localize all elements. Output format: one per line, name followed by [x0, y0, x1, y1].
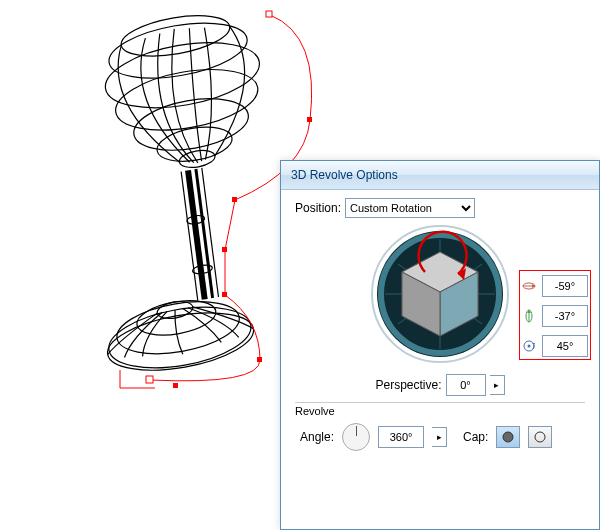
svg-rect-25 — [173, 383, 178, 388]
cap-on-button[interactable] — [496, 426, 520, 448]
perspective-label: Perspective: — [375, 378, 441, 392]
y-rotation-input[interactable] — [542, 305, 588, 327]
z-rotation-input[interactable] — [542, 335, 588, 357]
cap-off-button[interactable] — [528, 426, 552, 448]
svg-rect-18 — [266, 11, 272, 17]
angle-label: Angle: — [300, 430, 334, 444]
svg-rect-20 — [232, 197, 237, 202]
svg-point-49 — [503, 432, 513, 442]
rotation-cube-widget[interactable] — [370, 224, 510, 364]
svg-point-47 — [528, 345, 531, 348]
angle-menu-button[interactable]: ▸ — [432, 427, 447, 447]
svg-point-50 — [535, 432, 545, 442]
svg-rect-21 — [222, 247, 227, 252]
svg-rect-22 — [222, 292, 227, 297]
cap-on-icon — [501, 430, 515, 444]
x-axis-icon — [522, 279, 536, 293]
x-rotation-input[interactable] — [542, 275, 588, 297]
dialog-title: 3D Revolve Options — [281, 161, 599, 190]
cap-off-icon — [533, 430, 547, 444]
y-axis-icon — [522, 309, 536, 323]
position-label: Position: — [295, 201, 341, 215]
svg-rect-24 — [146, 376, 153, 383]
revolve-options-dialog: 3D Revolve Options Position: Custom Rota… — [280, 160, 600, 530]
angle-knob[interactable] — [342, 423, 370, 451]
svg-rect-23 — [257, 357, 262, 362]
rotation-inputs-group — [519, 270, 591, 360]
z-axis-icon — [522, 339, 536, 353]
angle-input[interactable] — [378, 426, 424, 448]
perspective-input[interactable] — [446, 374, 486, 396]
svg-rect-19 — [307, 117, 312, 122]
perspective-menu-button[interactable]: ▸ — [490, 375, 505, 395]
revolve-section-label: Revolve — [295, 405, 585, 417]
cap-label: Cap: — [463, 430, 488, 444]
position-select[interactable]: Custom Rotation — [345, 198, 475, 218]
